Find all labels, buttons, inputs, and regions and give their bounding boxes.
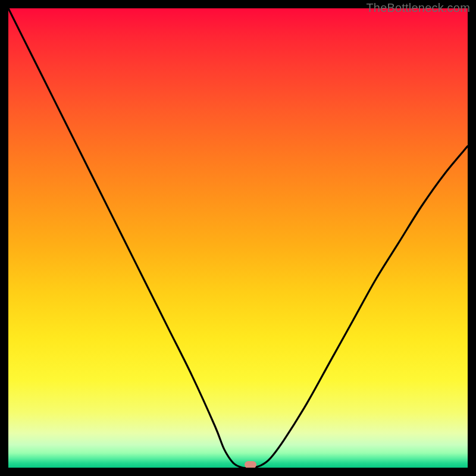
watermark-text: TheBottleneck.com <box>366 1 470 15</box>
bottleneck-curve <box>8 8 468 468</box>
chart-container: TheBottleneck.com <box>0 0 476 476</box>
curve-layer <box>8 8 468 468</box>
plot-area <box>8 8 468 468</box>
optimum-marker <box>245 461 256 468</box>
